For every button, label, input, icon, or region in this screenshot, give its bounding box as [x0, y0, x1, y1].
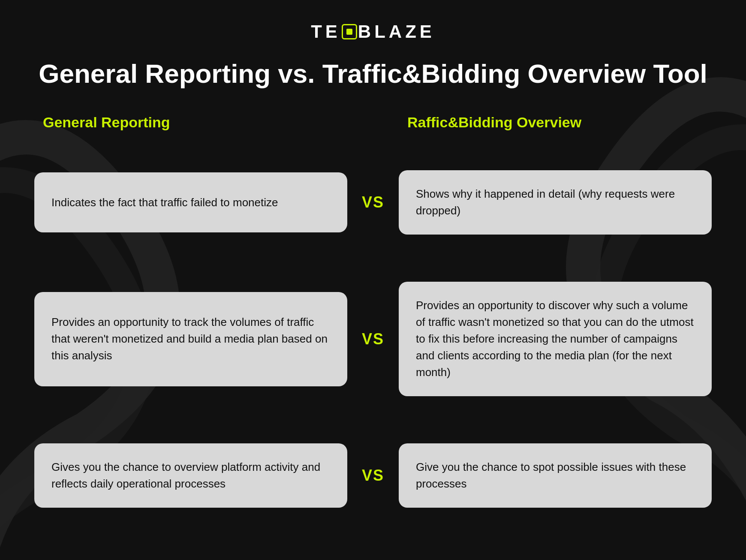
left-card-3: Gives you the chance to overview platfor…: [34, 443, 347, 508]
right-header-text: Raffic&Bidding Overview: [407, 114, 581, 130]
vs-text-1: VS: [362, 193, 384, 211]
logo-icon: [342, 24, 357, 39]
comparison-row-3: Gives you the chance to overview platfor…: [34, 412, 712, 539]
comparison-rows: Indicates the fact that traffic failed t…: [34, 139, 712, 539]
vs-badge-1: VS: [347, 193, 399, 211]
left-header-text: General Reporting: [43, 114, 170, 130]
comparison-area: General Reporting Raffic&Bidding Overvie…: [34, 114, 712, 539]
comparison-row-2: Provides an opportunity to track the vol…: [34, 276, 712, 402]
main-title: General Reporting vs. Traffic&Bidding Ov…: [39, 59, 707, 88]
right-card-2: Provides an opportunity to discover why …: [399, 282, 712, 396]
right-card-3-text: Give you the chance to spot possible iss…: [416, 459, 695, 492]
logo-text-after: BLAZE: [358, 21, 435, 42]
column-headers: General Reporting Raffic&Bidding Overvie…: [34, 114, 712, 131]
logo-text-before: TE: [311, 21, 341, 42]
right-column-header: Raffic&Bidding Overview: [399, 114, 712, 131]
right-card-1: Shows why it happened in detail (why req…: [399, 170, 712, 235]
right-card-3: Give you the chance to spot possible iss…: [399, 443, 712, 508]
vs-text-2: VS: [362, 330, 384, 348]
right-card-2-text: Provides an opportunity to discover why …: [416, 297, 695, 381]
left-card-2-text: Provides an opportunity to track the vol…: [51, 314, 330, 364]
left-card-1-text: Indicates the fact that traffic failed t…: [51, 194, 278, 211]
logo: TE BLAZE: [311, 21, 435, 42]
left-column-header: General Reporting: [34, 114, 347, 131]
left-card-2: Provides an opportunity to track the vol…: [34, 292, 347, 386]
comparison-row-1: Indicates the fact that traffic failed t…: [34, 139, 712, 265]
right-card-1-text: Shows why it happened in detail (why req…: [416, 186, 695, 219]
vs-badge-3: VS: [347, 467, 399, 485]
left-card-1: Indicates the fact that traffic failed t…: [34, 172, 347, 232]
left-card-3-text: Gives you the chance to overview platfor…: [51, 459, 330, 492]
vs-spacer-header: [347, 114, 399, 131]
logo-text: TE BLAZE: [311, 21, 435, 42]
vs-text-3: VS: [362, 467, 384, 485]
vs-badge-2: VS: [347, 330, 399, 348]
